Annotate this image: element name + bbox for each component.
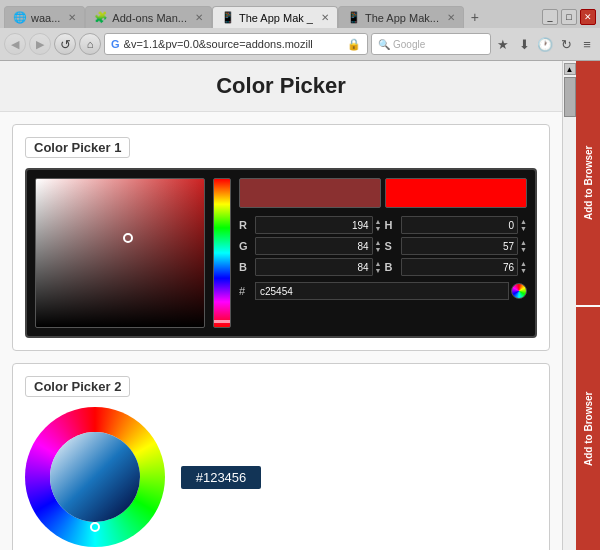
cp2-cursor: [90, 522, 100, 532]
reload-icon[interactable]: ↻: [557, 35, 575, 53]
cp1-h-label: H: [385, 219, 399, 231]
cp1-b-input[interactable]: [255, 258, 373, 276]
url-text: &v=1.1&pv=0.0&source=addons.mozill: [124, 38, 343, 50]
cp2-gradient-fill: [50, 432, 140, 522]
scroll-thumb[interactable]: [564, 77, 576, 117]
tab1-label: waa...: [31, 12, 60, 24]
tab3-favicon: 📱: [221, 11, 235, 24]
search-bar[interactable]: 🔍 Google: [371, 33, 491, 55]
cp1-gradient-cursor: [123, 233, 133, 243]
menu-icon[interactable]: ≡: [578, 35, 596, 53]
tab3-label: The App Mak _: [239, 12, 313, 24]
close-window-button[interactable]: ✕: [580, 9, 596, 25]
page-title: Color Picker: [0, 61, 562, 112]
tab-3[interactable]: 📱 The App Mak _ ✕: [212, 6, 338, 28]
cp1-b2-label: B: [385, 261, 399, 273]
back-button[interactable]: ◀: [4, 33, 26, 55]
downloads-icon[interactable]: ⬇: [515, 35, 533, 53]
tab-bar: 🌐 waa... ✕ 🧩 Add-ons Man... ✕ 📱 The App …: [0, 0, 600, 28]
browser-chrome: 🌐 waa... ✕ 🧩 Add-ons Man... ✕ 📱 The App …: [0, 0, 600, 61]
tab2-label: Add-ons Man...: [112, 12, 187, 24]
color-picker-1-section: Color Picker 1: [12, 124, 550, 351]
main-content: Color Picker Color Picker 1: [0, 61, 562, 550]
cp1-b-spin[interactable]: ▲▼: [375, 260, 382, 274]
cp1-hex-input[interactable]: [255, 282, 509, 300]
cp1-hue-slider[interactable]: [213, 178, 231, 328]
cp2-inner-gradient: [50, 432, 140, 522]
cp1-hex-row: #: [239, 282, 527, 300]
cp1-hex-label: #: [239, 285, 253, 297]
tab4-close[interactable]: ✕: [447, 12, 455, 23]
tab-1[interactable]: 🌐 waa... ✕: [4, 6, 85, 28]
cp2-widget: #123456: [25, 407, 537, 547]
color-picker-2-section: Color Picker 2 #123456: [12, 363, 550, 550]
cp1-preview-new: [385, 178, 527, 208]
google-g-icon: G: [111, 38, 120, 50]
cp1-g-spin[interactable]: ▲▼: [375, 239, 382, 253]
search-placeholder: Google: [393, 39, 425, 50]
url-bar[interactable]: G &v=1.1&pv=0.0&source=addons.mozill 🔒: [104, 33, 368, 55]
tab4-label: The App Mak...: [365, 12, 439, 24]
tab1-close[interactable]: ✕: [68, 12, 76, 23]
cp1-r-label: R: [239, 219, 253, 231]
cp1-s-label: S: [385, 240, 399, 252]
home-button[interactable]: ⌂: [79, 33, 101, 55]
cp1-preview-row: [239, 178, 527, 208]
cp1-b2-spin[interactable]: ▲▼: [520, 260, 527, 274]
tab4-favicon: 📱: [347, 11, 361, 24]
cp1-h-spin[interactable]: ▲▼: [520, 218, 527, 232]
cp1-h-input[interactable]: [401, 216, 519, 234]
cp1-s-row: S ▲▼: [385, 237, 528, 255]
cp1-hue-indicator: [214, 320, 230, 323]
cp1-label: Color Picker 1: [25, 137, 130, 158]
cp1-s-spin[interactable]: ▲▼: [520, 239, 527, 253]
cp2-color-wheel[interactable]: [25, 407, 165, 547]
tab2-close[interactable]: ✕: [195, 12, 203, 23]
forward-button[interactable]: ▶: [29, 33, 51, 55]
cp1-b-label: B: [239, 261, 253, 273]
scroll-up-button[interactable]: ▲: [564, 63, 576, 75]
nav-bar: ◀ ▶ ↺ ⌂ G &v=1.1&pv=0.0&source=addons.mo…: [0, 28, 600, 60]
cp1-g-label: G: [239, 240, 253, 252]
cp2-label: Color Picker 2: [25, 376, 130, 397]
bookmark-icon[interactable]: ★: [494, 35, 512, 53]
cp1-b-row: B ▲▼: [239, 258, 382, 276]
side-buttons: Add to Browser Add to Browser: [576, 61, 600, 550]
history-icon[interactable]: 🕐: [536, 35, 554, 53]
tab2-favicon: 🧩: [94, 11, 108, 24]
cp1-b2-row: B ▲▼: [385, 258, 528, 276]
cp1-g-input[interactable]: [255, 237, 373, 255]
cp1-r-input[interactable]: [255, 216, 373, 234]
add-to-browser-btn-2[interactable]: Add to Browser: [576, 307, 600, 550]
cp1-gradient-canvas[interactable]: [35, 178, 205, 328]
maximize-button[interactable]: □: [561, 9, 577, 25]
tab1-favicon: 🌐: [13, 11, 27, 24]
tab-2[interactable]: 🧩 Add-ons Man... ✕: [85, 6, 212, 28]
cp1-color-wheel-icon[interactable]: [511, 283, 527, 299]
tab-4[interactable]: 📱 The App Mak... ✕: [338, 6, 464, 28]
cp1-b2-input[interactable]: [401, 258, 519, 276]
refresh-button[interactable]: ↺: [54, 33, 76, 55]
new-tab-button[interactable]: +: [464, 6, 486, 28]
search-icon: 🔍: [378, 39, 390, 50]
cp1-preview-current: [239, 178, 381, 208]
cp1-right-panel: R ▲▼ H ▲▼ G: [239, 178, 527, 328]
minimize-button[interactable]: _: [542, 9, 558, 25]
cp1-g-row: G ▲▼: [239, 237, 382, 255]
tab3-close[interactable]: ✕: [321, 12, 329, 23]
cp1-s-input[interactable]: [401, 237, 519, 255]
scrollbar: ▲: [562, 61, 576, 550]
page-content: Color Picker Color Picker 1: [0, 61, 600, 550]
cp1-r-row: R ▲▼: [239, 216, 382, 234]
cp2-hex-display[interactable]: #123456: [181, 466, 261, 489]
cp1-h-row: H ▲▼: [385, 216, 528, 234]
add-to-browser-btn-1[interactable]: Add to Browser: [576, 61, 600, 305]
cp1-r-spin[interactable]: ▲▼: [375, 218, 382, 232]
cp1-color-inputs: R ▲▼ H ▲▼ G: [239, 216, 527, 276]
ssl-icon: 🔒: [347, 38, 361, 51]
cp1-widget: R ▲▼ H ▲▼ G: [25, 168, 537, 338]
